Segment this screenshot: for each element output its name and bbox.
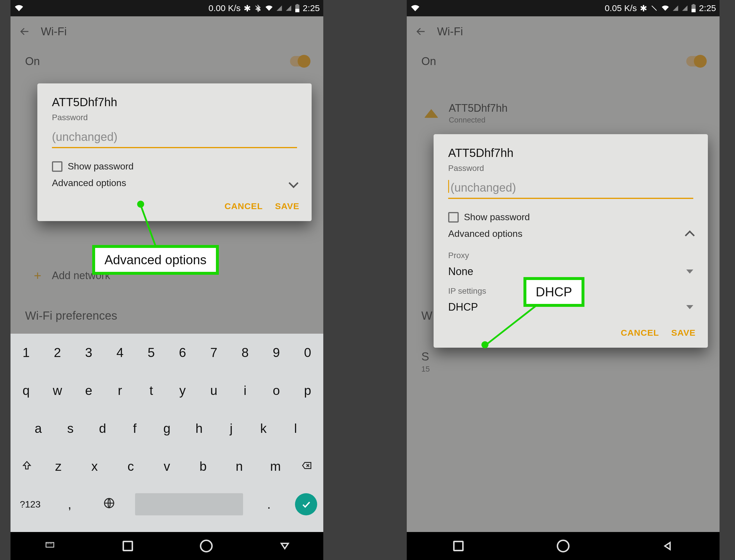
cancel-button[interactable]: CANCEL: [225, 201, 263, 211]
wifi-icon: [14, 4, 24, 12]
key-j[interactable]: j: [218, 421, 244, 436]
enter-key[interactable]: [295, 493, 317, 515]
battery-icon: [295, 4, 300, 12]
show-password-checkbox[interactable]: [448, 212, 459, 223]
key-3[interactable]: 3: [75, 345, 102, 360]
key-w[interactable]: w: [44, 383, 71, 398]
nav-bar: [10, 532, 323, 560]
dropdown-arrow-icon: [686, 269, 693, 274]
key-p[interactable]: p: [294, 383, 321, 398]
key-8[interactable]: 8: [232, 345, 258, 360]
key-x[interactable]: x: [81, 459, 108, 474]
svg-rect-10: [652, 6, 657, 11]
dnd-icon: [650, 4, 658, 12]
signal-icon-2: [682, 4, 688, 12]
keyboard-row-2: qwertyuiop: [10, 372, 323, 409]
password-field-label: Password: [434, 160, 708, 173]
key-c[interactable]: c: [117, 459, 144, 474]
comma-key[interactable]: ,: [56, 497, 83, 512]
wifi-small-icon: [265, 5, 273, 12]
svg-rect-6: [47, 543, 48, 544]
phone-right: 0.05 K/s ✱ 2:25 Wi-Fi On ATT5Dhf7hh Conn…: [407, 0, 720, 560]
wifi-icon: [410, 4, 420, 12]
key-4[interactable]: 4: [106, 345, 133, 360]
period-key[interactable]: .: [255, 497, 282, 512]
callout-dot: [137, 201, 144, 208]
key-i[interactable]: i: [232, 383, 258, 398]
advanced-options-row[interactable]: Advanced options: [434, 223, 708, 245]
symbols-key[interactable]: ?123: [17, 499, 44, 510]
status-speed: 0.00 K/s: [209, 3, 241, 13]
key-e[interactable]: e: [75, 383, 102, 398]
signal-icon: [672, 4, 679, 12]
key-g[interactable]: g: [153, 421, 180, 436]
keyboard-row-5: ?123 , .: [10, 485, 323, 523]
nav-back[interactable]: [279, 541, 290, 551]
key-6[interactable]: 6: [169, 345, 196, 360]
network-dialog: ATT5Dhf7hh Password (unchanged) Show pas…: [434, 134, 708, 348]
show-password-checkbox[interactable]: [52, 161, 62, 172]
key-5[interactable]: 5: [138, 345, 164, 360]
key-o[interactable]: o: [263, 383, 290, 398]
keyboard-row-3: asdfghjkl: [10, 409, 323, 447]
key-s[interactable]: s: [57, 421, 84, 436]
chevron-up-icon: [685, 230, 695, 240]
key-l[interactable]: l: [282, 421, 309, 436]
svg-rect-7: [48, 543, 49, 544]
signal-icon: [276, 4, 282, 12]
key-0[interactable]: 0: [294, 345, 321, 360]
nav-back[interactable]: [663, 541, 673, 551]
cancel-button[interactable]: CANCEL: [621, 328, 659, 338]
key-b[interactable]: b: [190, 459, 216, 474]
save-button[interactable]: SAVE: [671, 328, 696, 338]
key-7[interactable]: 7: [200, 345, 227, 360]
nav-home[interactable]: [557, 540, 570, 552]
key-m[interactable]: m: [262, 459, 289, 474]
password-field-label: Password: [37, 109, 311, 122]
bluetooth-icon: ✱: [640, 3, 647, 13]
svg-rect-9: [51, 543, 52, 544]
key-k[interactable]: k: [250, 421, 277, 436]
dialog-buttons: CANCEL SAVE: [37, 194, 311, 221]
network-dialog: ATT5Dhf7hh Password (unchanged) Show pas…: [37, 83, 311, 221]
show-password-label: Show password: [68, 161, 134, 172]
backspace-key[interactable]: [293, 459, 320, 474]
text-cursor: [448, 180, 449, 193]
dialog-ssid: ATT5Dhf7hh: [434, 134, 708, 160]
advanced-options-label: Advanced options: [448, 228, 522, 239]
shift-key[interactable]: [13, 459, 40, 474]
dnd-icon: [254, 4, 262, 12]
key-h[interactable]: h: [185, 421, 212, 436]
nav-recent[interactable]: [453, 541, 464, 551]
advanced-options-row[interactable]: Advanced options: [37, 172, 311, 194]
status-time: 2:25: [303, 3, 320, 13]
dropdown-arrow-icon: [686, 305, 693, 309]
keyboard-hide-icon[interactable]: [44, 541, 56, 551]
key-z[interactable]: z: [45, 459, 72, 474]
callout-dhcp: DHCP: [524, 277, 585, 307]
nav-home[interactable]: [200, 540, 213, 552]
key-n[interactable]: n: [226, 459, 253, 474]
key-r[interactable]: r: [106, 383, 133, 398]
key-d[interactable]: d: [89, 421, 116, 436]
key-1[interactable]: 1: [13, 345, 40, 360]
show-password-row[interactable]: Show password: [434, 199, 708, 223]
key-2[interactable]: 2: [44, 345, 71, 360]
svg-rect-8: [50, 543, 51, 544]
save-button[interactable]: SAVE: [275, 201, 299, 211]
keyboard[interactable]: 1234567890 qwertyuiop asdfghjkl zxcvbnm …: [10, 334, 323, 532]
globe-key[interactable]: [96, 497, 122, 512]
key-q[interactable]: q: [13, 383, 40, 398]
key-f[interactable]: f: [121, 421, 148, 436]
show-password-row[interactable]: Show password: [37, 148, 311, 172]
key-u[interactable]: u: [200, 383, 227, 398]
key-t[interactable]: t: [138, 383, 164, 398]
key-9[interactable]: 9: [263, 345, 290, 360]
space-key[interactable]: [135, 493, 243, 515]
key-a[interactable]: a: [25, 421, 52, 436]
nav-recent[interactable]: [122, 541, 133, 551]
password-input[interactable]: (unchanged): [448, 178, 693, 199]
key-y[interactable]: y: [169, 383, 196, 398]
password-input[interactable]: (unchanged): [52, 127, 297, 148]
key-v[interactable]: v: [153, 459, 180, 474]
